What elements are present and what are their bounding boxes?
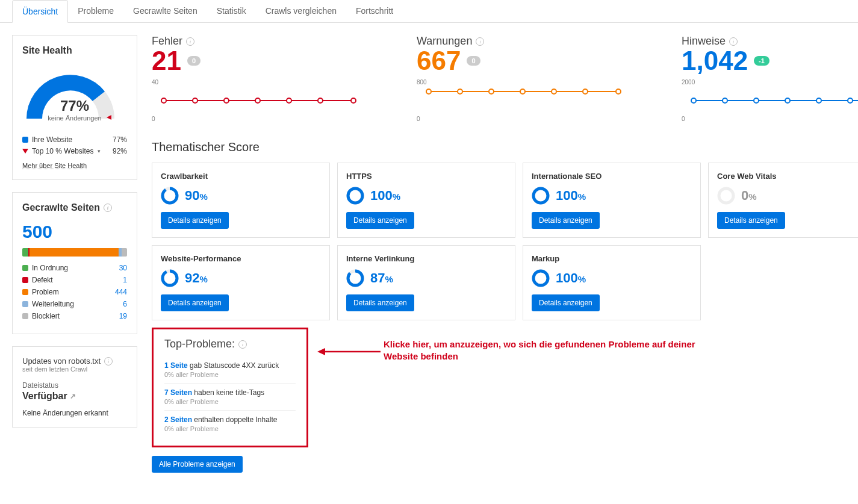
tab-fortschritt[interactable]: Fortschritt <box>346 0 403 22</box>
score-card: Crawlbarkeit 90% Details anzeigen <box>152 163 330 238</box>
annotation-text: Klicke hier, um anzuzeigen, wo sich die … <box>384 338 721 363</box>
file-status-value[interactable]: Verfügbar ↗ <box>22 391 127 402</box>
details-button[interactable]: Details anzeigen <box>161 212 229 229</box>
warnings-value: 667 <box>417 48 461 74</box>
score-name: Internationale SEO <box>532 172 692 181</box>
details-button[interactable]: Details anzeigen <box>532 212 600 229</box>
svg-point-19 <box>723 98 727 103</box>
robots-title: Updates von robots.txt <box>22 356 101 366</box>
crawled-status-row[interactable]: Weiterleitung6 <box>22 300 127 308</box>
crawled-status-row[interactable]: Problem444 <box>22 288 127 296</box>
top-problems-title: Top-Probleme: <box>164 338 235 350</box>
swatch-icon <box>22 277 28 283</box>
svg-point-23 <box>848 98 853 103</box>
crawled-stacked-bar <box>22 248 127 257</box>
svg-point-12 <box>489 89 494 94</box>
score-card: Website-Performance 92% Details anzeigen <box>152 245 330 320</box>
crawled-status-row[interactable]: In Ordnung30 <box>22 264 127 272</box>
score-name: Website-Performance <box>161 254 321 263</box>
svg-point-4 <box>224 98 229 103</box>
score-card: HTTPS 100% Details anzeigen <box>337 163 515 238</box>
gauge-sub: keine Änderungen <box>22 114 127 122</box>
robots-no-changes: Keine Änderungen erkannt <box>22 409 127 417</box>
svg-point-18 <box>691 98 696 103</box>
tab-probleme[interactable]: Probleme <box>68 0 123 22</box>
score-value: 87% <box>370 270 393 286</box>
arrow-icon <box>314 346 387 358</box>
score-name: HTTPS <box>346 172 506 181</box>
site-health-gauge: 77% keine Änderungen <box>22 64 127 125</box>
chevron-down-icon: ▾ <box>98 148 101 154</box>
tab-vergleichen[interactable]: Crawls vergleichen <box>256 0 346 22</box>
svg-point-21 <box>785 98 790 103</box>
score-value: 100% <box>556 270 586 286</box>
site-health-card: Site Health 77% keine Änderungen Ihre We… <box>12 35 137 180</box>
score-card: Core Web Vitals 0% Details anzeigen <box>708 163 858 238</box>
errors-sparkline: 40 0 <box>152 79 356 122</box>
legend-top10[interactable]: Top 10 % Websites ▾ 92% <box>22 147 127 155</box>
tab-statistik[interactable]: Statistik <box>207 0 256 22</box>
info-icon[interactable]: i <box>476 37 484 46</box>
robots-sub: seit dem letzten Crawl <box>22 366 127 373</box>
score-ring-icon <box>532 269 550 287</box>
score-name: Core Web Vitals <box>717 172 858 181</box>
errors-value: 21 <box>152 48 181 74</box>
robots-card: Updates von robots.txt i seit dem letzte… <box>12 346 137 428</box>
svg-point-13 <box>520 89 525 94</box>
crawled-status-row[interactable]: Defekt1 <box>22 276 127 284</box>
details-button[interactable]: Details anzeigen <box>161 294 229 311</box>
tab-gecrawlte[interactable]: Gecrawlte Seiten <box>123 0 207 22</box>
info-icon[interactable]: i <box>729 37 738 46</box>
notices-delta: -1 <box>754 56 769 66</box>
svg-point-36 <box>348 271 362 285</box>
top-problem-item[interactable]: 1 Seite gab Statuscode 4XX zurück0% alle… <box>164 356 296 384</box>
crawled-pages-card: Gecrawlte Seiten i 500 In Ordnung30Defek… <box>12 192 137 334</box>
details-button[interactable]: Details anzeigen <box>346 212 414 229</box>
score-card: Internationale SEO 100% Details anzeigen <box>523 163 701 238</box>
svg-point-7 <box>318 98 323 103</box>
svg-point-30 <box>533 188 548 203</box>
metric-notices: Hinweisei 1,042 -1 2000 0 <box>682 35 858 122</box>
legend-your-site: Ihre Website 77% <box>22 135 127 144</box>
site-health-more-link[interactable]: Mehr über Site Health <box>22 162 87 169</box>
swatch-icon <box>22 301 28 307</box>
score-ring-icon <box>346 269 364 287</box>
score-ring-icon <box>532 187 550 205</box>
show-all-problems-button[interactable]: Alle Probleme anzeigen <box>152 456 243 473</box>
top-problems-panel: Top-Probleme:i 1 Seite gab Statuscode 4X… <box>152 328 308 447</box>
svg-point-20 <box>754 98 759 103</box>
crawled-title: Gecrawlte Seiten <box>22 202 100 213</box>
metric-errors: Fehleri 21 0 40 0 <box>152 35 356 122</box>
external-link-icon: ↗ <box>70 392 76 400</box>
score-value: 100% <box>370 188 400 204</box>
details-button[interactable]: Details anzeigen <box>346 294 414 311</box>
score-value: 92% <box>185 270 208 286</box>
info-icon[interactable]: i <box>186 37 194 46</box>
tab-uebersicht[interactable]: Übersicht <box>12 0 68 23</box>
notices-value: 1,042 <box>682 48 748 74</box>
details-button[interactable]: Details anzeigen <box>532 294 600 311</box>
notices-sparkline: 2000 0 <box>682 79 858 122</box>
score-ring-icon <box>717 187 735 205</box>
info-icon[interactable]: i <box>104 357 113 366</box>
score-ring-icon <box>161 269 179 287</box>
site-health-title: Site Health <box>22 45 127 56</box>
swatch-icon <box>22 137 28 143</box>
top-problem-item[interactable]: 2 Seiten enthalten doppelte Inhalte0% al… <box>164 411 296 437</box>
crawled-total: 500 <box>22 222 127 242</box>
metric-warnings: Warnungeni 667 0 800 0 <box>417 35 621 122</box>
tab-bar: Übersicht Probleme Gecrawlte Seiten Stat… <box>0 0 858 23</box>
svg-point-2 <box>161 98 166 103</box>
score-ring-icon <box>346 187 364 205</box>
info-icon[interactable]: i <box>238 340 247 349</box>
info-icon[interactable]: i <box>104 204 112 212</box>
svg-point-15 <box>583 89 588 94</box>
score-name: Markup <box>532 254 692 263</box>
details-button[interactable]: Details anzeigen <box>717 212 785 229</box>
top-problem-item[interactable]: 7 Seiten haben keine title-Tags0% aller … <box>164 384 296 411</box>
svg-point-3 <box>193 98 197 103</box>
crawled-status-row[interactable]: Blockiert19 <box>22 312 127 320</box>
svg-point-10 <box>426 89 431 94</box>
file-status-label: Dateistatus <box>22 381 127 390</box>
swatch-icon <box>22 289 28 295</box>
